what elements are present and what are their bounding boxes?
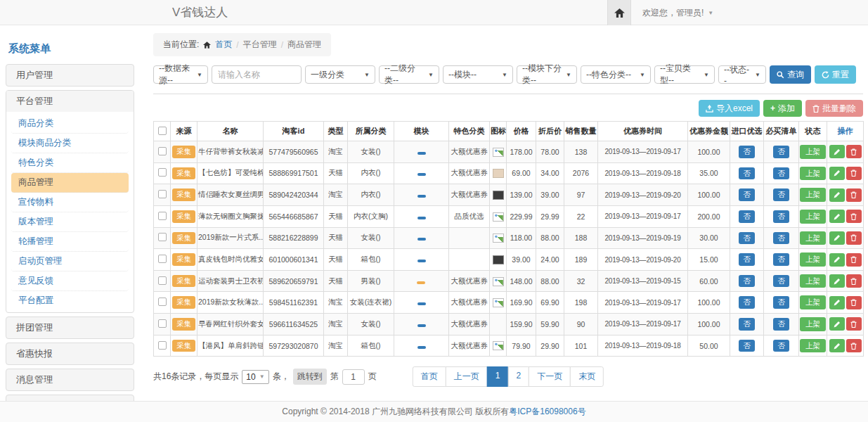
edit-button[interactable] xyxy=(829,274,845,288)
add-button[interactable]: + 添加 xyxy=(763,100,802,117)
status-badge[interactable]: 上架 xyxy=(800,339,826,353)
sidebar-subitem-feature-category[interactable]: 特色分类 xyxy=(11,153,129,173)
status-badge[interactable]: 上架 xyxy=(800,210,826,224)
row-checkbox[interactable] xyxy=(158,276,167,285)
search-button[interactable]: 查询 xyxy=(770,65,811,84)
must-buy-badge[interactable]: 否 xyxy=(773,318,789,331)
row-checkbox[interactable] xyxy=(158,190,167,198)
import-select-badge[interactable]: 否 xyxy=(739,167,755,180)
import-select-badge[interactable]: 否 xyxy=(739,146,755,158)
sidebar-item-group-buy[interactable]: 拼团管理 xyxy=(6,316,134,339)
reset-button[interactable]: 重置 xyxy=(815,65,856,84)
sidebar-subitem-feedback[interactable]: 意见反馈 xyxy=(11,271,129,291)
sidebar-subitem-promo-materials[interactable]: 宣传物料 xyxy=(11,193,129,212)
delete-button[interactable] xyxy=(846,210,862,223)
filter-level2-select[interactable]: --二级分类--▼ xyxy=(379,65,439,84)
must-buy-badge[interactable]: 否 xyxy=(773,253,789,266)
pager-first[interactable]: 首页 xyxy=(413,366,446,387)
pager-page-1[interactable]: 1 xyxy=(487,366,509,387)
import-select-badge[interactable]: 否 xyxy=(739,296,755,309)
import-select-badge[interactable]: 否 xyxy=(739,275,755,288)
must-buy-badge[interactable]: 否 xyxy=(773,167,789,180)
edit-button[interactable] xyxy=(829,253,845,267)
icp-link[interactable]: 粤ICP备16098006号 xyxy=(509,406,585,418)
delete-button[interactable] xyxy=(846,296,862,309)
user-menu[interactable]: 欢迎您，管理员! ▼ xyxy=(631,0,725,25)
sidebar-subitem-platform-config[interactable]: 平台配置 xyxy=(11,291,129,310)
delete-button[interactable] xyxy=(846,339,862,352)
filter-module-sub-select[interactable]: --模块下分类--▼ xyxy=(517,65,577,84)
import-select-badge[interactable]: 否 xyxy=(739,188,755,201)
filter-data-source-select[interactable]: --数据来源--▼ xyxy=(153,65,208,84)
edit-button[interactable] xyxy=(829,167,845,180)
pager-page-2[interactable]: 2 xyxy=(508,366,530,387)
must-buy-badge[interactable]: 否 xyxy=(773,275,789,288)
sidebar-subitem-version-management[interactable]: 版本管理 xyxy=(11,212,129,232)
filter-feature-select[interactable]: --特色分类--▼ xyxy=(581,65,651,84)
must-buy-badge[interactable]: 否 xyxy=(773,188,789,201)
edit-button[interactable] xyxy=(829,188,845,202)
delete-button[interactable] xyxy=(846,188,862,202)
status-badge[interactable]: 上架 xyxy=(800,167,826,181)
import-excel-button[interactable]: 导入excel xyxy=(699,100,760,117)
filter-status-select[interactable]: --状态--▼ xyxy=(718,65,766,84)
must-buy-badge[interactable]: 否 xyxy=(773,232,789,245)
sidebar-subitem-product-management[interactable]: 商品管理 xyxy=(11,173,129,193)
sidebar-subitem-module-product-category[interactable]: 模块商品分类 xyxy=(11,134,129,153)
must-buy-badge[interactable]: 否 xyxy=(773,210,789,223)
import-select-badge[interactable]: 否 xyxy=(739,210,755,223)
row-checkbox[interactable] xyxy=(158,255,167,263)
per-page-select[interactable]: 10 ▼ xyxy=(242,370,268,384)
edit-button[interactable] xyxy=(829,296,845,309)
row-checkbox[interactable] xyxy=(158,319,167,328)
sidebar-item-message-management[interactable]: 消息管理 xyxy=(6,369,134,391)
must-buy-badge[interactable]: 否 xyxy=(773,340,789,352)
import-select-badge[interactable]: 否 xyxy=(739,232,755,245)
filter-level1-select[interactable]: 一级分类▼ xyxy=(305,65,375,84)
row-checkbox[interactable] xyxy=(158,341,167,350)
edit-button[interactable] xyxy=(829,210,845,223)
sidebar-item-platform-management[interactable]: 平台管理 xyxy=(6,91,134,112)
delete-button[interactable] xyxy=(846,167,862,180)
home-button[interactable] xyxy=(607,0,631,25)
sidebar-item-user-management[interactable]: 用户管理 xyxy=(6,64,134,87)
status-badge[interactable]: 上架 xyxy=(800,188,826,202)
edit-button[interactable] xyxy=(829,339,845,352)
row-checkbox[interactable] xyxy=(158,147,167,155)
sidebar-subitem-splash-management[interactable]: 启动页管理 xyxy=(11,252,129,271)
status-badge[interactable]: 上架 xyxy=(800,145,826,159)
row-checkbox[interactable] xyxy=(158,168,167,177)
delete-button[interactable] xyxy=(846,231,862,245)
sidebar-subitem-carousel-management[interactable]: 轮播管理 xyxy=(11,232,129,252)
import-select-badge[interactable]: 否 xyxy=(739,318,755,331)
filter-name-input[interactable] xyxy=(212,65,302,84)
delete-button[interactable] xyxy=(846,145,862,158)
pager-prev[interactable]: 上一页 xyxy=(446,366,488,387)
pager-last[interactable]: 末页 xyxy=(570,366,604,387)
status-badge[interactable]: 上架 xyxy=(800,231,826,245)
edit-button[interactable] xyxy=(829,145,845,158)
pager-next[interactable]: 下一页 xyxy=(529,366,571,387)
must-buy-badge[interactable]: 否 xyxy=(773,296,789,309)
status-badge[interactable]: 上架 xyxy=(800,295,826,309)
page-number-input[interactable] xyxy=(342,369,365,385)
sidebar-subitem-product-category[interactable]: 商品分类 xyxy=(11,114,129,134)
edit-button[interactable] xyxy=(829,317,845,331)
delete-button[interactable] xyxy=(846,317,862,331)
import-select-badge[interactable]: 否 xyxy=(739,340,755,352)
delete-button[interactable] xyxy=(846,253,862,267)
import-select-badge[interactable]: 否 xyxy=(739,253,755,266)
batch-delete-button[interactable]: 批量删除 xyxy=(805,100,863,117)
row-checkbox[interactable] xyxy=(158,298,167,306)
must-buy-badge[interactable]: 否 xyxy=(773,146,789,158)
edit-button[interactable] xyxy=(829,231,845,245)
delete-button[interactable] xyxy=(846,274,862,288)
select-all-checkbox[interactable] xyxy=(158,127,167,135)
status-badge[interactable]: 上架 xyxy=(800,317,826,331)
breadcrumb-home-link[interactable]: 首页 xyxy=(215,39,232,51)
sidebar-item-saving-express[interactable]: 省惠快报 xyxy=(6,343,134,365)
status-badge[interactable]: 上架 xyxy=(800,252,826,267)
row-checkbox[interactable] xyxy=(158,212,167,220)
status-badge[interactable]: 上架 xyxy=(800,274,826,288)
filter-module-select[interactable]: --模块--▼ xyxy=(443,65,513,84)
